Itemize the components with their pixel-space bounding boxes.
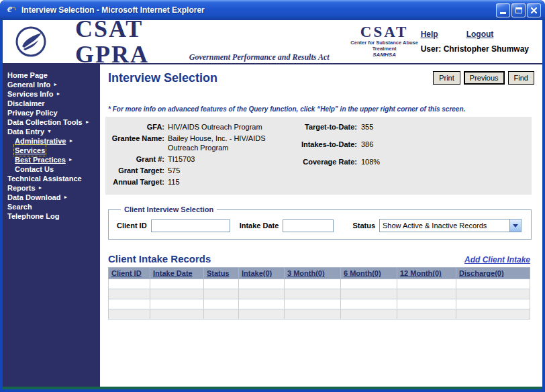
- internet-explorer-icon: e: [5, 4, 17, 16]
- sidebar-item-data-entry[interactable]: Data Entry▼: [3, 127, 100, 136]
- sidebar-item-technical-assistance[interactable]: Technical Assistance: [3, 174, 100, 183]
- client-id-input[interactable]: [151, 219, 230, 232]
- title-bar[interactable]: e Interview Selection - Microsoft Intern…: [0, 0, 545, 20]
- sidebar-item-label: Contact Us: [15, 164, 54, 174]
- table-cell: [204, 309, 239, 320]
- column-header-intake-date[interactable]: Intake Date: [150, 268, 204, 279]
- sidebar-item-best-practices[interactable]: Best Practices►: [3, 155, 100, 164]
- intakes-to-date-label: Intakes-to-Date:: [293, 140, 357, 149]
- grant-info-right: Target-to-Date: 355 Intakes-to-Date: 386…: [293, 122, 401, 187]
- annual-target-value: 115: [168, 177, 290, 187]
- sidebar-item-reports[interactable]: Reports►: [3, 183, 100, 193]
- title-row: Interview Selection Print Previous Find: [105, 70, 536, 85]
- column-header-6-month-0[interactable]: 6 Month(0): [341, 268, 397, 279]
- table-cell: [109, 299, 150, 309]
- intake-table-header-row: Client IDIntake DateStatusIntake(0)3 Mon…: [109, 268, 530, 279]
- column-header-client-id[interactable]: Client ID: [109, 268, 150, 279]
- page-footer-rule: [3, 387, 542, 389]
- csat-logo: CSAT Center for Substance Abuse Treatmen…: [348, 25, 421, 58]
- table-cell: [150, 289, 204, 299]
- submenu-arrow-icon: ►: [38, 183, 43, 193]
- find-button[interactable]: Find: [508, 71, 534, 85]
- page-title: Interview Selection: [108, 71, 217, 85]
- column-header-discharge-0[interactable]: Discharge(0): [456, 268, 530, 279]
- submenu-arrow-icon: ►: [85, 117, 90, 127]
- coverage-rate-label: Coverage Rate:: [293, 157, 357, 166]
- close-button[interactable]: [527, 3, 541, 17]
- sidebar-item-general-info[interactable]: General Info►: [3, 80, 100, 89]
- header-right: Help Logout User: Christopher Shumway: [421, 30, 529, 54]
- table-cell: [204, 289, 239, 299]
- hhs-logo: [15, 26, 47, 58]
- client-intake-table: Client IDIntake DateStatusIntake(0)3 Mon…: [108, 267, 530, 320]
- status-label: Status: [352, 222, 375, 230]
- sidebar-item-privacy-policy[interactable]: Privacy Policy: [3, 108, 100, 117]
- records-title: Client Intake Records: [108, 253, 211, 264]
- table-row: [109, 309, 530, 320]
- intake-date-input[interactable]: [283, 219, 334, 232]
- table-cell: [285, 299, 341, 309]
- table-cell: [397, 309, 456, 320]
- sidebar-item-home-page[interactable]: Home Page: [3, 70, 100, 80]
- add-client-intake-link[interactable]: Add Client Intake: [464, 255, 530, 264]
- table-cell: [109, 309, 150, 320]
- help-link[interactable]: Help: [421, 30, 438, 39]
- sidebar-item-contact-us[interactable]: Contact Us: [3, 164, 100, 174]
- sidebar-item-administrative[interactable]: Administrative►: [3, 136, 100, 146]
- table-cell: [150, 309, 204, 320]
- table-cell: [239, 289, 285, 299]
- sidebar-item-label: Administrative: [15, 136, 66, 146]
- submenu-arrow-icon: ►: [53, 80, 58, 89]
- minimize-button[interactable]: [496, 3, 510, 17]
- sidebar-item-label: Data Collection Tools: [7, 117, 83, 127]
- previous-button[interactable]: Previous: [464, 71, 505, 85]
- table-cell: [285, 279, 341, 289]
- brand-title: CSAT GPRA: [75, 20, 183, 67]
- grantee-name-label: Grantee Name:: [105, 134, 164, 152]
- submenu-arrow-icon: ►: [68, 155, 73, 164]
- sidebar-item-search[interactable]: Search: [3, 202, 100, 211]
- sidebar-item-services[interactable]: Services: [3, 146, 100, 155]
- intakes-to-date-value: 386: [361, 140, 401, 149]
- page-body: Home PageGeneral Info►Services Info►Disc…: [3, 64, 542, 387]
- window-controls: [496, 3, 541, 17]
- filter-row: Client ID Intake Date Status Show Active…: [117, 219, 524, 232]
- sidebar-item-label: Disclaimer: [7, 99, 45, 108]
- grant-number-value: TI15703: [168, 154, 290, 164]
- table-cell: [456, 299, 530, 309]
- status-selected-value: Show Active & Inactive Records: [380, 219, 509, 232]
- main-content: Interview Selection Print Previous Find …: [100, 64, 542, 387]
- column-header-12-month-0[interactable]: 12 Month(0): [397, 268, 456, 279]
- csat-logo-subtitle: Center for Substance Abuse Treatment: [348, 40, 421, 52]
- column-header-3-month-0[interactable]: 3 Month(0): [285, 268, 341, 279]
- print-button[interactable]: Print: [433, 71, 460, 85]
- client-id-label: Client ID: [117, 222, 147, 230]
- sidebar-item-disclaimer[interactable]: Disclaimer: [3, 99, 100, 108]
- table-cell: [341, 299, 397, 309]
- table-cell: [150, 299, 204, 309]
- sidebar-item-label: General Info: [7, 80, 50, 89]
- sidebar-item-label: Best Practices: [15, 155, 66, 164]
- column-header-intake-0[interactable]: Intake(0): [239, 268, 285, 279]
- table-row: [109, 299, 530, 309]
- table-cell: [150, 279, 204, 289]
- window-title: Interview Selection - Microsoft Internet…: [21, 5, 492, 15]
- table-cell: [239, 309, 285, 320]
- sidebar-item-data-download[interactable]: Data Download►: [3, 193, 100, 202]
- status-group: Status Show Active & Inactive Records: [352, 219, 522, 232]
- table-cell: [456, 309, 530, 320]
- status-select[interactable]: Show Active & Inactive Records: [379, 219, 522, 232]
- sidebar-item-label: Data Download: [7, 193, 60, 202]
- grant-info-left: GFA: HIV/AIDS Outreach Program Grantee N…: [105, 122, 290, 187]
- ie-e-glyph: e: [7, 3, 12, 15]
- dropdown-arrow-icon: [509, 219, 521, 232]
- sidebar-item-data-collection-tools[interactable]: Data Collection Tools►: [3, 117, 100, 127]
- browser-page: CSAT GPRA Government Performance and Res…: [3, 20, 542, 389]
- sidebar-item-services-info[interactable]: Services Info►: [3, 89, 100, 99]
- column-header-status[interactable]: Status: [204, 268, 239, 279]
- sidebar-item-telephone-log[interactable]: Telephone Log: [3, 211, 100, 221]
- logout-link[interactable]: Logout: [466, 30, 494, 39]
- csat-logo-org: SAMHSA: [348, 52, 421, 58]
- table-cell: [239, 279, 285, 289]
- maximize-button[interactable]: [511, 3, 526, 17]
